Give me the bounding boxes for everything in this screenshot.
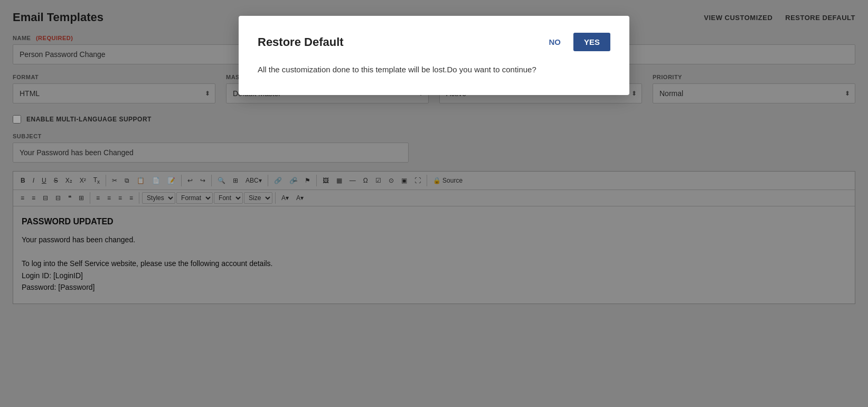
modal-actions: NO YES — [542, 33, 610, 51]
restore-default-modal: Restore Default NO YES All the customiza… — [239, 16, 629, 95]
modal-title: Restore Default — [258, 35, 344, 49]
modal-message: All the customization done to this templ… — [258, 64, 610, 76]
modal-header: Restore Default NO YES — [258, 33, 610, 51]
modal-body: All the customization done to this templ… — [258, 64, 610, 76]
modal-no-button[interactable]: NO — [542, 33, 567, 51]
modal-overlay: Restore Default NO YES All the customiza… — [0, 0, 868, 407]
modal-yes-button[interactable]: YES — [573, 33, 610, 51]
